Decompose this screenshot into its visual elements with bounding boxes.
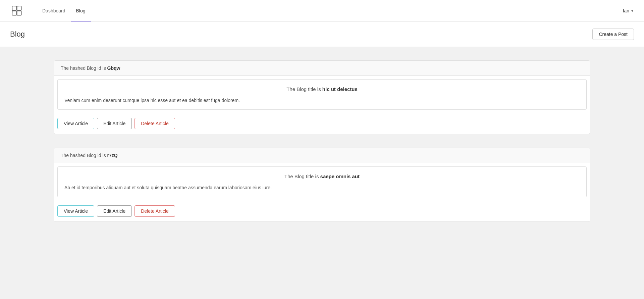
blog-card-actions: View Article Edit Article Delete Article [54,113,590,134]
main-content: The hashed Blog id is Gbqw The Blog titl… [0,47,644,299]
svg-rect-0 [12,6,16,10]
blog-card-body: The Blog title is saepe omnis aut Ab et … [57,166,587,197]
blog-title-line: The Blog title is saepe omnis aut [64,173,580,179]
nav-item-blog[interactable]: Blog [71,0,91,21]
blog-excerpt: Ab et id temporibus aliquam aut et solut… [64,184,580,197]
blog-title-prefix: The Blog title is [286,86,322,92]
svg-rect-1 [17,6,21,10]
nav-links: Dashboard Blog [37,0,623,21]
blog-title: hic ut delectus [322,86,358,92]
blog-excerpt: Veniam cum enim deserunt cumque ipsa hic… [64,97,580,109]
create-post-button[interactable]: Create a Post [592,29,634,40]
svg-rect-3 [17,11,21,15]
svg-rect-2 [12,11,16,15]
hash-id-prefix: The hashed Blog id is [61,153,107,158]
view-article-button[interactable]: View Article [57,205,94,217]
blog-card-header: The hashed Blog id is Gbqw [54,61,590,76]
blog-card-actions: View Article Edit Article Delete Article [54,201,590,221]
navbar: Dashboard Blog Ian ▼ [0,0,644,22]
hash-id-prefix: The hashed Blog id is [61,65,107,71]
page-title: Blog [10,30,25,39]
logo-icon [10,4,23,17]
blog-card: The hashed Blog id is r7zQ The Blog titl… [54,148,590,221]
blog-card-body: The Blog title is hic ut delectus Veniam… [57,79,587,110]
blog-title-prefix: The Blog title is [284,173,320,179]
delete-article-button[interactable]: Delete Article [135,118,175,129]
hash-id: Gbqw [107,65,120,71]
user-name: Ian [623,8,629,13]
blog-card: The hashed Blog id is Gbqw The Blog titl… [54,60,590,134]
blog-card-header: The hashed Blog id is r7zQ [54,148,590,163]
blog-title: saepe omnis aut [320,173,360,179]
chevron-down-icon: ▼ [631,9,634,13]
edit-article-button[interactable]: Edit Article [97,118,132,129]
nav-item-dashboard[interactable]: Dashboard [37,0,71,21]
edit-article-button[interactable]: Edit Article [97,205,132,217]
user-menu[interactable]: Ian ▼ [623,8,634,13]
delete-article-button[interactable]: Delete Article [135,205,175,217]
view-article-button[interactable]: View Article [57,118,94,129]
app-logo [10,4,23,17]
page-header: Blog Create a Post [0,22,644,47]
hash-id: r7zQ [107,153,118,158]
blog-title-line: The Blog title is hic ut delectus [64,86,580,92]
